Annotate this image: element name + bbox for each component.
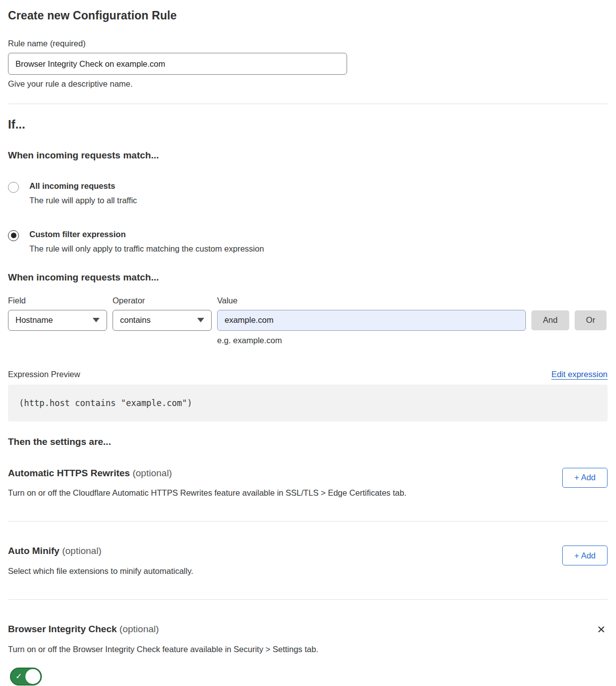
radio-option-label: All incoming requests — [29, 181, 137, 191]
setting-description: Turn on or off the Cloudflare Automatic … — [8, 488, 406, 498]
setting-divider — [8, 599, 608, 600]
optional-tag: (optional) — [120, 624, 159, 634]
setting-texts: Auto Minify (optional) Select which file… — [8, 546, 193, 576]
browser-integrity-check-toggle[interactable]: ✓ — [10, 668, 42, 686]
radio-option-texts: Custom filter expression The rule will o… — [29, 230, 264, 254]
or-button[interactable]: Or — [575, 310, 607, 330]
setting-title: Automatic HTTPS Rewrites (optional) — [8, 468, 406, 479]
check-icon: ✓ — [15, 672, 22, 681]
expression-builder: Field Operator Value Hostname contains A… — [8, 296, 608, 345]
radio-button-selected[interactable] — [8, 230, 19, 241]
operator-select[interactable]: contains — [113, 310, 212, 331]
value-input[interactable] — [217, 310, 526, 331]
setting-texts: Browser Integrity Check (optional) Turn … — [8, 624, 318, 686]
match-type-heading: When incoming requests match... — [8, 150, 608, 161]
setting-description: Turn on or off the Browser Integrity Che… — [8, 645, 318, 654]
operator-select-value: contains — [120, 315, 150, 325]
rule-name-input[interactable] — [8, 53, 347, 75]
toggle-knob — [25, 669, 40, 684]
setting-title-text: Automatic HTTPS Rewrites — [8, 468, 130, 478]
setting-title-text: Browser Integrity Check — [8, 624, 117, 634]
expression-preview-header: Expression Preview Edit expression — [8, 370, 608, 379]
expression-builder-heading: When incoming requests match... — [8, 272, 608, 283]
settings-heading: Then the settings are... — [8, 436, 608, 447]
section-divider — [8, 104, 608, 104]
setting-browser-integrity-check: Browser Integrity Check (optional) Turn … — [8, 624, 608, 686]
chevron-down-icon — [197, 318, 204, 322]
optional-tag: (optional) — [62, 546, 102, 556]
value-helper-text: e.g. example.com — [217, 336, 526, 345]
radio-option-description: The rule will apply to all traffic — [29, 196, 137, 205]
value-column-label: Value — [217, 296, 526, 305]
setting-auto-minify: Auto Minify (optional) Select which file… — [8, 546, 608, 576]
setting-divider — [8, 521, 608, 522]
rule-name-helper: Give your rule a descriptive name. — [8, 79, 608, 89]
optional-tag: (optional) — [132, 468, 172, 478]
radio-option-all-incoming[interactable]: All incoming requests The rule will appl… — [8, 181, 608, 205]
operator-column-label: Operator — [113, 296, 212, 305]
expression-preview-label: Expression Preview — [8, 370, 80, 379]
radio-option-texts: All incoming requests The rule will appl… — [29, 181, 137, 205]
expression-preview-code: (http.host contains "example.com") — [8, 385, 608, 421]
add-auto-minify-button[interactable]: + Add — [562, 546, 608, 565]
field-column-label: Field — [8, 296, 107, 305]
setting-title: Auto Minify (optional) — [8, 546, 193, 557]
setting-automatic-https-rewrites: Automatic HTTPS Rewrites (optional) Turn… — [8, 468, 608, 498]
add-automatic-https-rewrites-button[interactable]: + Add — [562, 468, 608, 488]
setting-title-text: Auto Minify — [8, 546, 59, 556]
radio-button-unselected[interactable] — [8, 182, 19, 193]
radio-option-description: The rule will only apply to traffic matc… — [29, 244, 264, 254]
close-icon[interactable]: ✕ — [595, 624, 608, 636]
setting-texts: Automatic HTTPS Rewrites (optional) Turn… — [8, 468, 406, 498]
setting-title: Browser Integrity Check (optional) — [8, 624, 318, 635]
radio-option-custom-filter[interactable]: Custom filter expression The rule will o… — [8, 230, 608, 254]
edit-expression-link[interactable]: Edit expression — [551, 370, 608, 379]
if-heading: If... — [8, 118, 608, 132]
radio-option-label: Custom filter expression — [29, 230, 264, 240]
and-button[interactable]: And — [531, 310, 569, 330]
rule-name-label: Rule name (required) — [8, 39, 608, 48]
page-title: Create new Configuration Rule — [8, 9, 608, 22]
chevron-down-icon — [93, 318, 100, 322]
setting-description: Select which file extensions to minify a… — [8, 566, 193, 576]
field-select-value: Hostname — [15, 315, 53, 325]
field-select[interactable]: Hostname — [8, 310, 107, 331]
create-configuration-rule-form: Create new Configuration Rule Rule name … — [0, 0, 616, 686]
